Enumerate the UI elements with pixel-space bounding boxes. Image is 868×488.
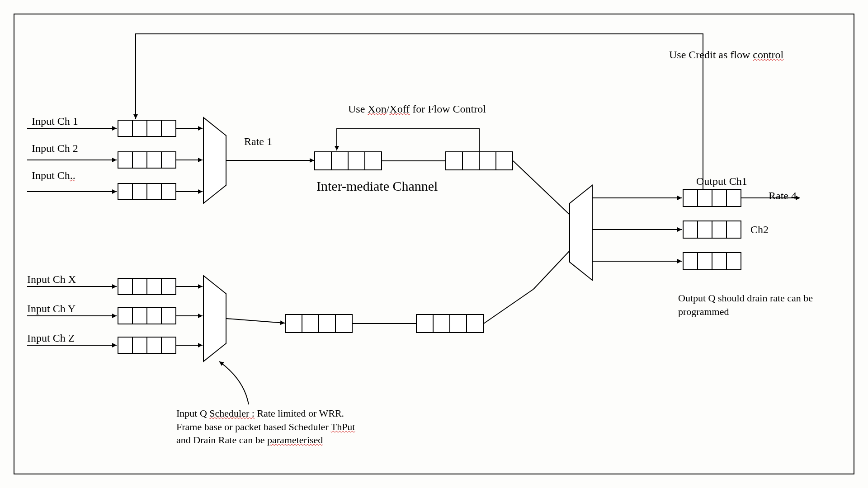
output-ch2-label: Ch2 xyxy=(750,224,769,236)
rate4-label: Rate 4 xyxy=(769,190,797,202)
queue-bot-2 xyxy=(118,307,176,324)
queue-output-1 xyxy=(683,189,741,207)
output-ch1-label: Output Ch1 xyxy=(696,175,747,188)
queue-top-3 xyxy=(118,183,176,200)
queue-intermediate-2 xyxy=(445,151,513,170)
queue-bot-1 xyxy=(118,278,176,295)
queue-intermediate-1 xyxy=(314,151,382,170)
rate1-label: Rate 1 xyxy=(244,136,272,148)
input-chz-label: Input Ch Z xyxy=(27,332,75,344)
credit-flow-label: Use Credit as flow control xyxy=(669,49,783,61)
output-drain-note: Output Q should drain rate can be progra… xyxy=(678,291,841,318)
intermediate-channel-label: Inter-mediate Channel xyxy=(316,178,438,194)
xon-xoff-label: Use Xon/Xoff for Flow Control xyxy=(348,103,486,115)
queue-intermediate-3 xyxy=(285,314,353,333)
queue-top-1 xyxy=(118,120,176,137)
input-chx-label: Input Ch X xyxy=(27,273,76,286)
input-ch3-label: Input Ch.. xyxy=(32,169,75,182)
queue-bot-3 xyxy=(118,337,176,354)
queue-top-2 xyxy=(118,151,176,169)
queue-output-2 xyxy=(683,221,741,239)
queue-output-3 xyxy=(683,252,741,270)
scheduler-note: Input Q Scheduler : Rate limited or WRR.… xyxy=(176,407,357,447)
input-ch2-label: Input Ch 2 xyxy=(32,142,78,155)
queue-intermediate-4 xyxy=(416,314,484,333)
diagram-frame xyxy=(14,14,854,474)
input-chy-label: Input Ch Y xyxy=(27,303,75,315)
input-ch1-label: Input Ch 1 xyxy=(32,115,78,127)
